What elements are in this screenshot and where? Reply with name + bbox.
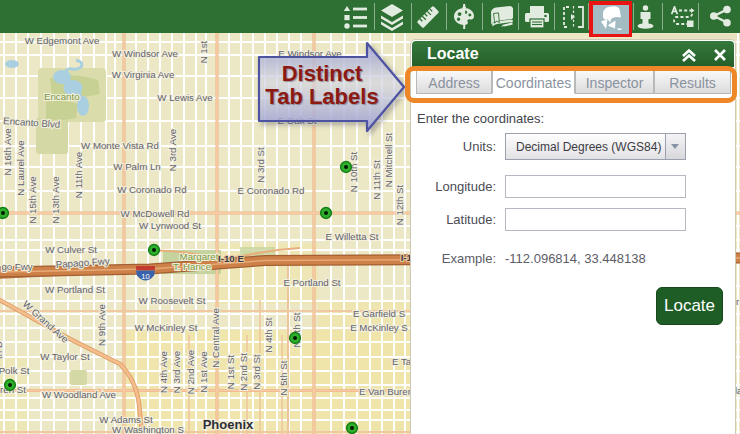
svg-text:N 1st: N 1st [198,40,209,63]
svg-text:N 2nd St: N 2nd St [238,353,249,391]
svg-text:go Fwy: go Fwy [1,261,32,272]
svg-text:N 4th Ave: N 4th Ave [158,351,169,393]
svg-text:N 16th Ave: N 16th Ave [2,128,13,175]
svg-text:W Lewis Ave: W Lewis Ave [157,92,212,103]
svg-text:10: 10 [141,272,149,281]
svg-text:N 12th St: N 12th St [394,185,405,226]
svg-text:th D: th D [0,341,4,359]
svg-text:N 3rd Ave: N 3rd Ave [167,129,178,171]
svg-text:W Roosevelt St: W Roosevelt St [139,295,206,306]
svg-text:W Culver St: W Culver St [45,244,97,255]
svg-text:N 2nd Ave: N 2nd Ave [185,350,196,395]
svg-text:r: r [736,297,739,307]
svg-text:N 11th Ave: N 11th Ave [73,152,84,199]
svg-text:W Washington S: W Washington S [112,424,184,434]
svg-text:W Monte Vista Rd: W Monte Vista Rd [81,140,159,151]
svg-text:W Coronado Rd: W Coronado Rd [117,184,186,195]
svg-text:W Virginia Ave: W Virginia Ave [112,69,175,80]
svg-text:E McKinley S: E McKinley S [350,322,408,333]
svg-text:W McDowell Rd: W McDowell Rd [121,208,190,219]
svg-text:N 3rd St: N 3rd St [255,147,266,183]
svg-text:N 15th Ave: N 15th Ave [27,176,38,223]
svg-text:N Central Ave: N Central Ave [210,308,221,368]
svg-text:N 9th Ave: N 9th Ave [96,304,107,346]
svg-text:E Coronado Rd: E Coronado Rd [238,185,305,196]
svg-text:T. Hance: T. Hance [173,261,211,272]
svg-text:W Woodland Ave: W Woodland Ave [42,389,116,400]
svg-text:W Edgemont Ave: W Edgemont Ave [25,35,100,46]
svg-text:N 11th St: N 11th St [371,160,382,200]
svg-text:Encanto: Encanto [44,91,80,102]
svg-text:N 3rd Ave: N 3rd Ave [171,351,182,393]
svg-text:E Garfield S: E Garfield S [353,308,406,319]
svg-text:W Windsor Ave: W Windsor Ave [112,48,178,59]
svg-text:N 3rd St: N 3rd St [251,354,262,390]
svg-text:Phoenix: Phoenix [203,417,254,432]
svg-text:N 5th St: N 5th St [278,360,289,395]
svg-text:E Van Buren: E Van Buren [359,386,413,397]
svg-text:W McKinley St: W McKinley St [135,322,198,333]
svg-text:W Portland St: W Portland St [45,284,105,295]
svg-text:W Palm Ln: W Palm Ln [113,161,160,172]
svg-text:N 1st Ave: N 1st Ave [198,351,209,392]
svg-text:W Taylor St: W Taylor St [40,351,90,362]
svg-text:N Laurel Ave: N Laurel Ave [15,140,26,195]
svg-text:I-10 E: I-10 E [218,253,244,264]
svg-text:Polk St: Polk St [0,365,30,376]
svg-text:N 4th St: N 4th St [263,317,274,352]
svg-text:E Willetta St: E Willetta St [326,231,379,242]
svg-text:N 13th Ave: N 13th Ave [50,176,61,223]
svg-text:N 1st St: N 1st St [225,354,236,389]
svg-text:W Lynwood St: W Lynwood St [139,220,201,231]
svg-text:E Portland St: E Portland St [283,277,340,288]
